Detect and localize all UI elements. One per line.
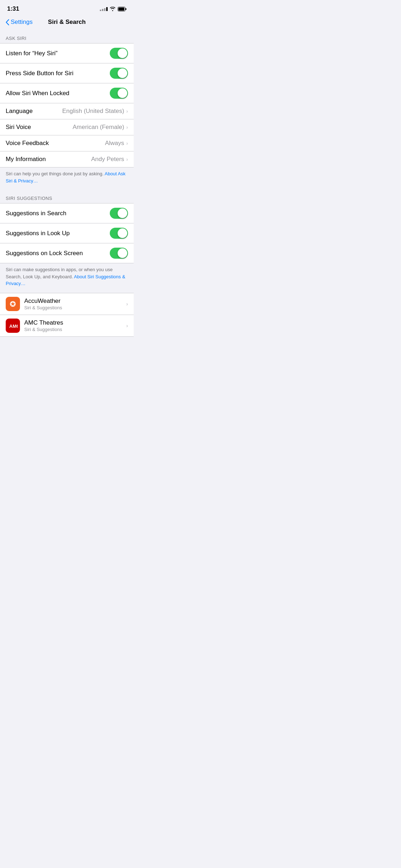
accu-weather-app-icon [6,297,20,311]
listen-hey-siri-toggle[interactable] [110,48,128,59]
toggle-knob [118,68,127,78]
press-side-button-item[interactable]: Press Side Button for Siri [0,63,134,83]
toggle-knob [118,228,127,238]
suggestions-in-search-item[interactable]: Suggestions in Search [0,203,134,223]
suggestions-in-lookup-item[interactable]: Suggestions in Look Up [0,223,134,243]
chevron-icon: › [126,124,128,130]
suggestions-lock-screen-label: Suggestions on Lock Screen [6,250,83,257]
accu-weather-app-name: AccuWeather [24,298,122,305]
allow-siri-locked-label: Allow Siri When Locked [6,90,70,97]
siri-suggestions-footer: Siri can make suggestions in apps, or wh… [0,263,134,293]
svg-rect-1 [125,8,127,10]
status-icons [100,7,127,11]
apps-list: AccuWeather Siri & Suggestions › AMC AMC… [0,293,134,337]
voice-feedback-value: Always [105,140,124,147]
signal-icon [100,7,108,11]
amc-theatres-icon-svg: AMC [8,321,18,331]
ask-siri-list: Listen for “Hey Siri” Press Side Button … [0,43,134,167]
wifi-icon [110,7,115,11]
voice-feedback-label: Voice Feedback [6,140,49,147]
listen-hey-siri-label: Listen for “Hey Siri” [6,50,57,57]
svg-text:AMC: AMC [9,324,18,329]
press-side-button-label: Press Side Button for Siri [6,70,73,77]
siri-suggestions-section-header: SIRI SUGGESTIONS [0,190,134,203]
suggestions-in-lookup-label: Suggestions in Look Up [6,230,70,237]
allow-siri-locked-item[interactable]: Allow Siri When Locked [0,83,134,103]
amc-theatres-app-item[interactable]: AMC AMC Theatres Siri & Suggestions › [0,315,134,336]
amc-theatres-app-name: AMC Theatres [24,319,122,326]
voice-feedback-right: Always › [105,140,128,147]
status-time: 1:31 [7,5,19,12]
siri-voice-label: Siri Voice [6,124,31,131]
navigation-bar: Settings Siri & Search [0,16,134,30]
amc-theatres-app-subtitle: Siri & Suggestions [24,327,122,332]
accu-weather-app-item[interactable]: AccuWeather Siri & Suggestions › [0,293,134,315]
suggestions-lock-screen-item[interactable]: Suggestions on Lock Screen [0,243,134,263]
ask-siri-footer: Siri can help you get things done just b… [0,167,134,190]
amc-theatres-app-info: AMC Theatres Siri & Suggestions [24,319,122,332]
siri-voice-item[interactable]: Siri Voice American (Female) › [0,119,134,135]
siri-suggestions-list: Suggestions in Search Suggestions in Loo… [0,203,134,263]
chevron-icon: › [126,108,128,114]
back-chevron-icon [6,19,9,25]
siri-voice-value: American (Female) [73,124,124,131]
voice-feedback-item[interactable]: Voice Feedback Always › [0,135,134,151]
siri-voice-right: American (Female) › [73,124,128,131]
language-label: Language [6,108,33,115]
accu-weather-app-info: AccuWeather Siri & Suggestions [24,298,122,310]
listen-hey-siri-item[interactable]: Listen for “Hey Siri” [0,43,134,63]
accu-weather-app-subtitle: Siri & Suggestions [24,305,122,310]
language-item[interactable]: Language English (United States) › [0,103,134,119]
toggle-knob [118,88,127,98]
allow-siri-locked-toggle[interactable] [110,88,128,99]
language-value: English (United States) [62,108,124,115]
my-information-label: My Information [6,156,46,163]
page-title: Siri & Search [48,19,86,26]
accu-weather-chevron-icon: › [126,301,128,307]
suggestions-in-lookup-toggle[interactable] [110,228,128,239]
my-information-value: Andy Peters [91,156,124,163]
suggestions-in-search-label: Suggestions in Search [6,210,66,217]
my-information-item[interactable]: My Information Andy Peters › [0,151,134,167]
my-information-right: Andy Peters › [91,156,128,163]
toggle-knob [118,208,127,218]
battery-icon [118,7,127,11]
press-side-button-toggle[interactable] [110,68,128,79]
back-button[interactable]: Settings [6,19,32,26]
language-right: English (United States) › [62,108,128,115]
amc-theatres-app-icon: AMC [6,319,20,333]
toggle-knob [118,48,127,58]
status-bar: 1:31 [0,0,134,16]
svg-rect-2 [118,7,124,11]
suggestions-lock-screen-toggle[interactable] [110,248,128,259]
suggestions-in-search-toggle[interactable] [110,208,128,219]
accu-weather-icon-svg [8,299,18,309]
amc-theatres-chevron-icon: › [126,323,128,329]
ask-siri-section-header: ASK SIRI [0,30,134,43]
chevron-icon: › [126,156,128,162]
chevron-icon: › [126,140,128,146]
toggle-knob [118,248,127,258]
